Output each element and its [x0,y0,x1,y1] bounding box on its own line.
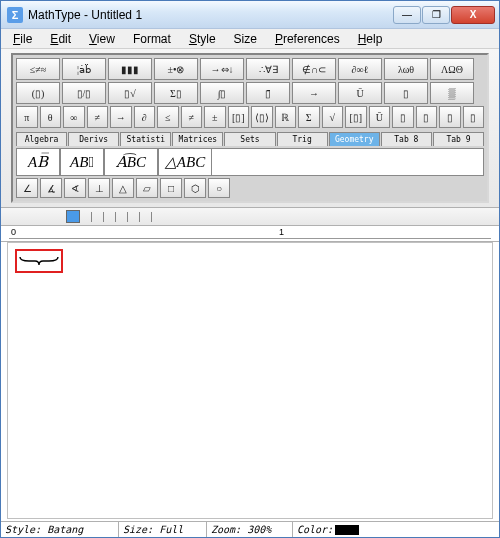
palette3-btn-17[interactable]: ▯ [416,106,438,128]
selected-equation-box[interactable] [15,249,63,273]
menu-preferences[interactable]: Preferences [267,31,348,47]
geom-btn-8[interactable]: ○ [208,178,230,198]
palette3-btn-5[interactable]: ∂ [134,106,156,128]
status-zoom: Zoom: 300% [207,522,293,537]
palette3-btn-9[interactable]: [▯] [228,106,250,128]
titlebar[interactable]: Σ MathType - Untitled 1 — ❐ X [1,1,499,29]
palette1-btn-6[interactable]: ∉∩⊂ [292,58,336,80]
menu-style[interactable]: Style [181,31,224,47]
palette1-btn-8[interactable]: λωθ [384,58,428,80]
geom-btn-1[interactable]: ∡ [40,178,62,198]
palette2-btn-5[interactable]: ▯̄ [246,82,290,104]
palette1-btn-3[interactable]: ±•⊗ [154,58,198,80]
symbol-palette-row1: ≤≠≈¦ȧb̈▮▮▮±•⊗→⇔↓∴∀∃∉∩⊂∂∞ℓλωθΛΩΘ [16,58,484,80]
status-size: Size: Full [119,522,207,537]
gallery-btn-1[interactable]: AB⃗ [60,148,104,176]
color-swatch[interactable] [335,525,359,535]
palette2-btn-9[interactable]: ▒ [430,82,474,104]
gallery-row: AB̅AB⃗A͡BC△ABC [16,148,484,176]
gallery-filler [212,148,484,176]
gallery-btn-3[interactable]: △ABC [158,148,212,176]
geom-btn-4[interactable]: △ [112,178,134,198]
palette2-btn-8[interactable]: ▯ [384,82,428,104]
palette3-btn-7[interactable]: ≠ [181,106,203,128]
geometry-symbols-row: ∠∡∢⊥△▱□⬡○ [16,178,484,198]
ruler-mark-1: 1 [279,227,284,237]
status-color: Color: [293,522,499,537]
geom-btn-5[interactable]: ▱ [136,178,158,198]
palette2-btn-3[interactable]: Σ▯ [154,82,198,104]
menu-size[interactable]: Size [226,31,265,47]
editor-canvas[interactable] [7,242,493,519]
ruler-mark-0: 0 [11,227,16,237]
gallery-btn-0[interactable]: AB̅ [16,148,60,176]
palette2-btn-7[interactable]: Ū [338,82,382,104]
palette3-btn-0[interactable]: π [16,106,38,128]
gallery-btn-2[interactable]: A͡BC [104,148,158,176]
horizontal-ruler[interactable]: 0 1 [1,226,499,242]
palette3-btn-12[interactable]: Σ [298,106,320,128]
palette1-btn-2[interactable]: ▮▮▮ [108,58,152,80]
menu-file[interactable]: File [5,31,40,47]
palette3-btn-3[interactable]: ≠ [87,106,109,128]
tab-algebra[interactable]: Algebra [16,132,67,146]
palette1-btn-9[interactable]: ΛΩΘ [430,58,474,80]
palette1-btn-0[interactable]: ≤≠≈ [16,58,60,80]
palette3-btn-2[interactable]: ∞ [63,106,85,128]
palette1-btn-4[interactable]: →⇔↓ [200,58,244,80]
palette2-btn-4[interactable]: ∫▯ [200,82,244,104]
palette3-btn-14[interactable]: [▯] [345,106,367,128]
palette3-btn-18[interactable]: ▯ [439,106,461,128]
menu-format[interactable]: Format [125,31,179,47]
palette3-btn-19[interactable]: ▯ [463,106,485,128]
palette1-btn-5[interactable]: ∴∀∃ [246,58,290,80]
secondary-toolbar [1,208,499,226]
tab-sets[interactable]: Sets [224,132,275,146]
tab-tab 9[interactable]: Tab 9 [433,132,484,146]
palette3-btn-6[interactable]: ≤ [157,106,179,128]
menu-help[interactable]: Help [350,31,391,47]
statusbar: Style: Batang Size: Full Zoom: 300% Colo… [1,521,499,537]
palette2-btn-2[interactable]: ▯√ [108,82,152,104]
tab-geometry[interactable]: Geometry [329,132,380,146]
window-title: MathType - Untitled 1 [28,8,393,22]
palette1-btn-1[interactable]: ¦ȧb̈ [62,58,106,80]
geom-btn-7[interactable]: ⬡ [184,178,206,198]
palette3-btn-10[interactable]: ⟨▯⟩ [251,106,273,128]
tab-trig[interactable]: Trig [277,132,328,146]
app-window: Σ MathType - Untitled 1 — ❐ X FileEditVi… [0,0,500,538]
close-button[interactable]: X [451,6,495,24]
menubar: FileEditViewFormatStyleSizePreferencesHe… [1,29,499,49]
status-style: Style: Batang [1,522,119,537]
color-indicator[interactable] [66,210,80,223]
geom-btn-2[interactable]: ∢ [64,178,86,198]
menu-edit[interactable]: Edit [42,31,79,47]
template-palette-row2: (▯)▯/▯▯√Σ▯∫▯▯̄→Ū▯▒ [16,82,484,104]
palette2-btn-6[interactable]: → [292,82,336,104]
geom-btn-0[interactable]: ∠ [16,178,38,198]
app-icon: Σ [7,7,23,23]
palette3-btn-1[interactable]: θ [40,106,62,128]
maximize-button[interactable]: ❐ [422,6,450,24]
geom-btn-6[interactable]: □ [160,178,182,198]
underbrace-icon [19,254,59,268]
palette2-btn-1[interactable]: ▯/▯ [62,82,106,104]
menu-view[interactable]: View [81,31,123,47]
palette3-btn-13[interactable]: √ [322,106,344,128]
category-tabs: AlgebraDerivsStatistiMatricesSetsTrigGeo… [16,132,484,146]
tab-matrices[interactable]: Matrices [172,132,223,146]
toolbar-area: ≤≠≈¦ȧb̈▮▮▮±•⊗→⇔↓∴∀∃∉∩⊂∂∞ℓλωθΛΩΘ (▯)▯/▯▯√… [1,49,499,208]
geom-btn-3[interactable]: ⊥ [88,178,110,198]
tab-statisti[interactable]: Statisti [120,132,171,146]
palette3-btn-16[interactable]: ▯ [392,106,414,128]
palette1-btn-7[interactable]: ∂∞ℓ [338,58,382,80]
palette3-btn-11[interactable]: ℝ [275,106,297,128]
palette3-btn-4[interactable]: → [110,106,132,128]
palette3-btn-8[interactable]: ± [204,106,226,128]
tab-derivs[interactable]: Derivs [68,132,119,146]
tab-tab 8[interactable]: Tab 8 [381,132,432,146]
minimize-button[interactable]: — [393,6,421,24]
palette3-btn-15[interactable]: Ū [369,106,391,128]
small-palette-row3: πθ∞≠→∂≤≠±[▯]⟨▯⟩ℝΣ√[▯]Ū▯▯▯▯ [16,106,484,128]
palette2-btn-0[interactable]: (▯) [16,82,60,104]
